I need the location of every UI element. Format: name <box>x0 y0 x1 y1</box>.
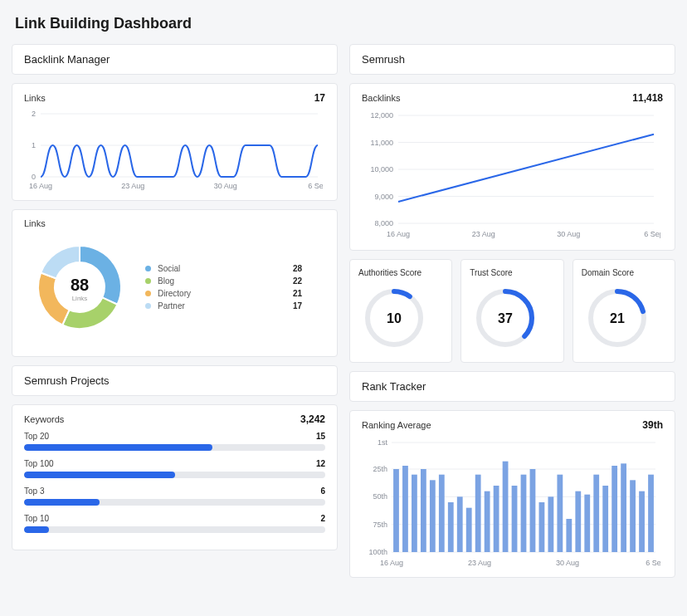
svg-rect-68 <box>602 486 608 552</box>
legend-row: Blog22 <box>145 276 324 286</box>
svg-rect-70 <box>621 463 626 552</box>
section-title: Backlink Manager <box>24 53 325 66</box>
ranking-chart: 1st25th50th75th100th16 Aug23 Aug30 Aug6 … <box>362 436 660 569</box>
svg-text:37: 37 <box>498 311 513 325</box>
links-line-chart: 01216 Aug23 Aug30 Aug6 Sep <box>24 109 323 192</box>
ranking-card: Ranking Average 39th 1st25th50th75th100t… <box>349 410 675 578</box>
backlinks-title: Backlinks <box>362 93 400 103</box>
links-donut-card: Links 88Links Social28Blog22Directory21P… <box>12 209 338 357</box>
svg-text:2: 2 <box>32 110 36 118</box>
svg-rect-51 <box>448 502 454 552</box>
svg-text:75th: 75th <box>373 521 387 529</box>
keyword-bar-bg <box>24 526 325 533</box>
svg-text:12,000: 12,000 <box>370 111 393 120</box>
svg-rect-69 <box>611 466 617 552</box>
trust-score-title: Trust Score <box>470 268 554 277</box>
svg-text:16 Aug: 16 Aug <box>380 559 403 567</box>
keyword-bar-fg <box>24 472 175 478</box>
svg-rect-72 <box>639 491 645 552</box>
legend-label: Partner <box>158 301 185 310</box>
svg-text:6 Sep: 6 Sep <box>646 559 660 567</box>
domain-score-card: Domain Score 21 <box>572 259 675 363</box>
ranking-value: 39th <box>642 419 663 431</box>
svg-rect-53 <box>466 508 472 552</box>
svg-text:16 Aug: 16 Aug <box>29 182 52 190</box>
svg-rect-50 <box>439 475 445 552</box>
keyword-label: Top 20 <box>24 432 49 441</box>
svg-rect-54 <box>475 475 481 552</box>
svg-text:9,000: 9,000 <box>374 193 393 201</box>
authorities-gauge: 10 <box>358 282 430 354</box>
keyword-bar-fg <box>24 499 100 506</box>
svg-text:30 Aug: 30 Aug <box>214 182 237 190</box>
svg-rect-60 <box>530 469 536 552</box>
svg-rect-61 <box>539 502 545 552</box>
legend-row: Partner17 <box>145 301 324 310</box>
svg-rect-47 <box>412 475 417 552</box>
svg-rect-57 <box>503 462 509 552</box>
backlinks-chart: 8,0009,00010,00011,00012,00016 Aug23 Aug… <box>362 109 660 242</box>
keyword-row: Top 102 <box>24 514 325 533</box>
section-title: Semrush Projects <box>24 374 325 387</box>
svg-text:100th: 100th <box>368 548 387 556</box>
rank-tracker-header: Rank Tracker <box>349 371 675 402</box>
svg-rect-46 <box>402 466 408 552</box>
svg-rect-49 <box>430 480 436 552</box>
svg-rect-56 <box>494 486 499 552</box>
svg-rect-58 <box>512 486 518 552</box>
svg-rect-55 <box>485 491 490 552</box>
svg-rect-65 <box>575 491 581 552</box>
domain-gauge: 21 <box>582 282 653 354</box>
svg-text:8,000: 8,000 <box>374 219 393 227</box>
authorities-score-card: Authorities Score 10 <box>349 259 452 363</box>
legend-label: Directory <box>158 289 191 298</box>
keyword-row: Top 10012 <box>24 459 325 478</box>
svg-text:6 Sep: 6 Sep <box>644 230 660 238</box>
svg-rect-73 <box>648 475 654 552</box>
svg-rect-62 <box>548 496 553 552</box>
svg-rect-52 <box>457 496 463 552</box>
svg-text:25th: 25th <box>373 465 387 473</box>
page-title: Link Building Dashboard <box>15 15 675 32</box>
links-donut-legend: Social28Blog22Directory21Partner17 <box>145 261 324 314</box>
keyword-label: Top 3 <box>24 486 44 496</box>
legend-value: 22 <box>293 276 302 286</box>
backlink-manager-header: Backlink Manager <box>12 44 338 75</box>
keyword-bar-bg <box>24 472 325 478</box>
section-title: Rank Tracker <box>362 380 663 393</box>
svg-text:1st: 1st <box>378 438 388 447</box>
legend-label: Blog <box>158 276 174 286</box>
legend-value: 28 <box>293 264 302 273</box>
keyword-value: 12 <box>316 459 325 468</box>
keyword-value: 15 <box>316 432 325 441</box>
svg-rect-45 <box>393 469 399 552</box>
svg-text:21: 21 <box>610 311 625 325</box>
keyword-value: 2 <box>320 514 325 523</box>
semrush-header: Semrush <box>349 44 675 75</box>
links-line-card: Links 17 01216 Aug23 Aug30 Aug6 Sep <box>12 83 338 201</box>
svg-rect-66 <box>584 495 590 552</box>
keyword-label: Top 100 <box>24 459 54 468</box>
keywords-card: Keywords 3,242 Top 2015Top 10012Top 36To… <box>12 404 338 550</box>
svg-rect-59 <box>521 475 527 552</box>
authorities-score-title: Authorities Score <box>358 268 443 277</box>
backlinks-value: 11,418 <box>632 92 663 104</box>
keyword-bar-fg <box>24 444 212 451</box>
ranking-title: Ranking Average <box>362 420 431 430</box>
legend-row: Directory21 <box>145 289 324 298</box>
svg-text:1: 1 <box>32 141 36 149</box>
keyword-bar-bg <box>24 499 325 506</box>
domain-score-title: Domain Score <box>582 268 666 277</box>
svg-text:0: 0 <box>32 173 36 181</box>
keyword-bar-bg <box>24 444 325 451</box>
svg-text:23 Aug: 23 Aug <box>468 559 491 567</box>
trust-score-card: Trust Score 37 <box>460 259 563 363</box>
svg-text:23 Aug: 23 Aug <box>472 230 495 238</box>
backlinks-card: Backlinks 11,418 8,0009,00010,00011,0001… <box>349 83 675 251</box>
legend-value: 17 <box>293 301 302 310</box>
svg-text:Links: Links <box>72 295 88 302</box>
svg-text:16 Aug: 16 Aug <box>387 230 410 238</box>
legend-label: Social <box>158 264 180 273</box>
keyword-bar-fg <box>24 526 49 533</box>
svg-rect-48 <box>421 469 426 552</box>
